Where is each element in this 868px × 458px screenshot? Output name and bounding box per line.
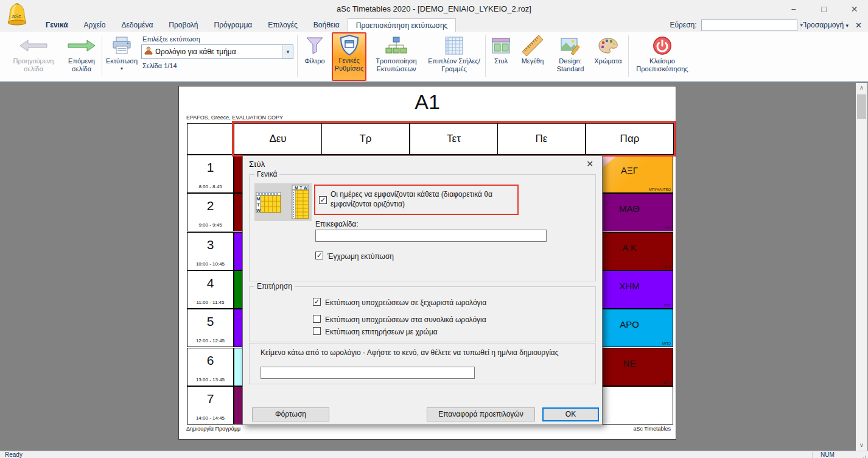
asc-bell-logo-icon[interactable]: aSc (5, 2, 29, 32)
org-chart-icon (385, 35, 407, 57)
palette-icon (598, 35, 618, 57)
app-window: aSc Timetables 2020 - [DEMO_ENIAIO_LYKEI… (0, 0, 868, 458)
print-button[interactable]: Εκτύπωση ▾ (103, 34, 140, 80)
tab-voitheia[interactable]: Βοήθεια (306, 18, 348, 32)
reset-defaults-button[interactable]: Επαναφορά προεπιλογών (427, 407, 535, 421)
tab-programma[interactable]: Πρόγραμμα (206, 18, 261, 32)
general-settings-button[interactable]: Γενικές Ρυθμίσεις (332, 32, 366, 81)
day-header-tue: Τρ (321, 123, 410, 155)
load-button[interactable]: Φόρτωση (252, 407, 329, 421)
ok-button[interactable]: OK (542, 407, 599, 421)
timetable-class-title: A1 (179, 90, 676, 114)
menu-bar: Γενικά Αρχείο Δεδομένα Προβολή Πρόγραμμα… (0, 18, 868, 32)
day-header-fri: Παρ (586, 123, 674, 155)
titlebar: aSc Timetables 2020 - [DEMO_ENIAIO_LYKEI… (0, 0, 868, 18)
color-print-label: Έγχρωμη εκτύπωση (327, 252, 394, 261)
printer-icon (111, 35, 132, 57)
ribbon-separator (297, 35, 298, 77)
sizes-button[interactable]: Μεγέθη (516, 34, 550, 80)
footer-text-input[interactable] (261, 367, 475, 379)
customize-dropdown-icon: ▾ (846, 23, 849, 29)
print-type-dropdown-icon[interactable]: ▾ (282, 45, 293, 58)
period-cell: 310:00 - 10:45 (187, 232, 234, 270)
next-page-button[interactable]: Επόμενη σελίδα (63, 34, 100, 80)
vertical-scrollbar[interactable]: ˄ ˅ (856, 83, 867, 451)
day-header-wed: Τετ (410, 123, 498, 155)
supervision-separate-checkbox[interactable]: ✓ (313, 298, 321, 306)
tab-archeio[interactable]: Αρχείο (76, 18, 114, 32)
supervision-separate-label: Εκτύπωση υποχρεώσεων σε ξεχωριστά ωρολόγ… (325, 298, 486, 307)
previous-page-button[interactable]: Προηγούμενη σελίδα (4, 34, 63, 80)
tab-epiloges[interactable]: Επιλογές (260, 18, 306, 32)
scrollbar-thumb[interactable] (857, 94, 866, 119)
search-field[interactable] (702, 20, 800, 30)
select-print-caption: Επιλέξτε εκτύπωση (142, 35, 295, 43)
search-label: Εύρεση: (670, 21, 696, 29)
supervision-total-label: Εκτύπωση υποχρεώσεων στα συνολικά ωρολόγ… (325, 315, 486, 324)
period-cell: 512:00 - 12:45 (187, 309, 234, 347)
status-bar: Ready NUM (0, 451, 868, 458)
filter-button[interactable]: Φίλτρο (299, 34, 330, 80)
svg-text:W: W (256, 208, 261, 213)
window-title: aSc Timetables 2020 - [DEMO_ENIAIO_LYKEI… (0, 0, 868, 18)
search-input[interactable]: ▾ (701, 19, 797, 31)
tab-dedomena[interactable]: Δεδομένα (113, 18, 161, 32)
svg-text:aSc: aSc (12, 13, 21, 19)
day-header-thu: Πε (497, 123, 586, 155)
left-arrow-icon (19, 35, 47, 57)
footer-text-label: Κείμενο κάτω από το ωρολόγιο - Αφήστε το… (261, 348, 589, 357)
ruler-icon (522, 35, 543, 57)
print-type-combobox[interactable]: Ωρολόγιο για κάθε τμήμα ▾ (141, 44, 293, 59)
minimize-button[interactable]: − (780, 0, 807, 18)
day-header-mon: Δευ (234, 123, 322, 155)
svg-text:M: M (295, 186, 298, 190)
supervision-total-checkbox[interactable] (313, 315, 321, 323)
dialog-close-icon[interactable]: ✕ (586, 159, 593, 169)
supervision-group: Επιτήρηση ✓ Εκτύπωση υποχρεώσεων σε ξεχω… (249, 286, 596, 342)
ribbon-separator (485, 35, 486, 77)
footer-text-group: Κείμενο κάτω από το ωρολόγιο - Αφήστε το… (249, 343, 596, 384)
page-footer-right: aSc Timetables (633, 426, 671, 432)
header-field-label: Επικεφαλίδα: (315, 220, 359, 228)
supervision-color-checkbox[interactable] (313, 327, 321, 335)
scroll-up-icon[interactable]: ˄ (856, 83, 867, 93)
design-button[interactable]: Design: Standard (551, 34, 589, 80)
ribbon-separator (628, 35, 629, 77)
svg-text:T: T (257, 203, 260, 207)
shield-icon (340, 34, 359, 56)
status-text: Ready (5, 451, 23, 458)
modify-prints-button[interactable]: Τροποποίηση Εκτυπώσεων (369, 34, 424, 80)
tab-print-preview[interactable]: Προεπισκόπηση εκτύπωσης (348, 18, 457, 32)
ribbon-toolbar: Προηγούμενη σελίδα Επόμενη σελίδα Εκτύπ (0, 32, 868, 82)
print-type-value: Ωρολόγιο για κάθε τμήμα (153, 48, 282, 56)
general-group: Γενικά M T W M T W (249, 174, 596, 281)
num-lock-indicator: NUM (821, 451, 835, 458)
tab-provoli[interactable]: Προβολή (161, 18, 206, 32)
print-dropdown-icon[interactable]: ▾ (121, 66, 123, 71)
period-cell: 29:00 - 9:45 (187, 193, 234, 231)
svg-text:W: W (304, 186, 308, 190)
scroll-down-icon[interactable]: ˅ (856, 440, 867, 451)
ribbon-separator (102, 35, 102, 77)
svg-text:T: T (299, 186, 303, 190)
table-corner-cell (187, 123, 234, 155)
close-preview-button[interactable]: Κλείσιμο Προεπισκόπησης (631, 34, 694, 80)
extra-columns-rows-button[interactable]: Επιπλέον Στήλες/Γραμμές (425, 34, 483, 80)
header-text-input[interactable] (315, 230, 547, 242)
search-dropdown-icon[interactable]: ▾ (800, 20, 803, 30)
print-selection-group: Επιλέξτε εκτύπωση Ωρολόγιο για κάθε τμήμ… (141, 34, 295, 69)
customize-menu[interactable]: Προσαρμογή ▾ (802, 21, 849, 29)
vertical-days-checkbox[interactable]: ✓ (319, 196, 327, 204)
orientation-toggle-icon: M T W M T W (254, 183, 312, 221)
resize-grip[interactable] (861, 453, 867, 458)
style-button[interactable]: Στυλ (488, 34, 514, 80)
close-button[interactable]: ✕ (841, 0, 868, 18)
period-cell: 714:00 - 14:45 (187, 386, 234, 425)
colors-button[interactable]: Χρώματα (590, 34, 626, 80)
tab-genika[interactable]: Γενικά (38, 18, 76, 32)
evaluation-watermark: EPAFOS, Greece, EVALUATION COPY (186, 114, 283, 121)
color-print-checkbox[interactable]: ✓ (315, 252, 323, 259)
maximize-button[interactable]: □ (810, 0, 838, 18)
general-group-label: Γενικά (254, 170, 279, 178)
close-panel-icon[interactable]: ✕ (855, 21, 862, 30)
